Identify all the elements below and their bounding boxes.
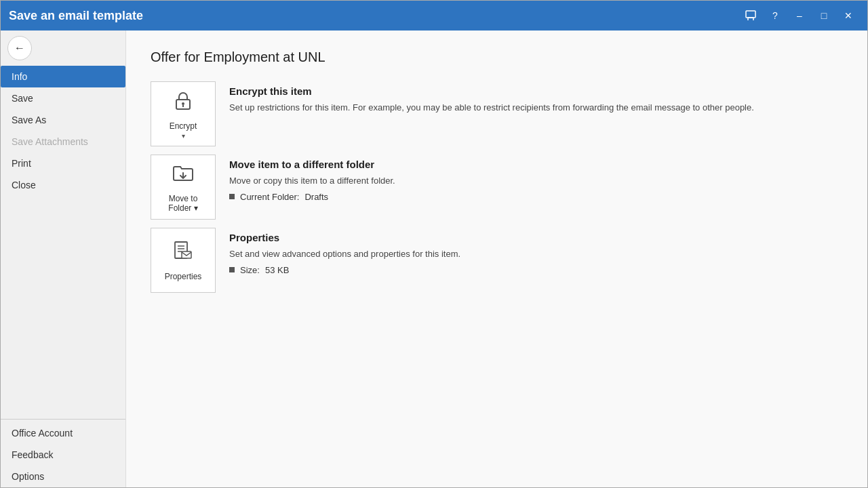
sidebar-item-info[interactable]: Info bbox=[1, 66, 125, 87]
title-bar: Save an email template ? – □ ✕ bbox=[1, 1, 867, 30]
sidebar-item-office-account[interactable]: Office Account bbox=[1, 422, 125, 444]
encrypt-card: Encrypt ▾ Encrypt this item Set up restr… bbox=[151, 81, 843, 146]
sidebar: ← Info Save Save As Save Attachments Pri… bbox=[1, 30, 126, 487]
properties-title: Properties bbox=[229, 232, 843, 243]
move-to-folder-content: Move item to a different folder Move or … bbox=[229, 155, 843, 202]
move-to-folder-desc: Move or copy this item to a different fo… bbox=[229, 174, 843, 188]
close-icon: ✕ bbox=[844, 10, 852, 21]
help-icon: ? bbox=[772, 10, 778, 21]
current-folder-detail: Current Folder: Drafts bbox=[229, 192, 843, 202]
sidebar-item-save-attachments: Save Attachments bbox=[1, 131, 125, 152]
properties-icon bbox=[171, 239, 195, 269]
sidebar-item-close[interactable]: Close bbox=[1, 174, 125, 196]
properties-label: Properties bbox=[165, 272, 202, 281]
properties-desc: Set and view advanced options and proper… bbox=[229, 247, 843, 261]
lock-icon bbox=[171, 89, 195, 119]
folder-icon bbox=[171, 161, 195, 191]
encrypt-card-title: Encrypt this item bbox=[229, 85, 843, 97]
move-to-folder-label: Move toFolder ▾ bbox=[168, 194, 197, 213]
window-controls: ? – □ ✕ bbox=[740, 6, 859, 25]
svg-rect-0 bbox=[746, 11, 755, 18]
current-folder-label: Current Folder: bbox=[240, 192, 299, 202]
encrypt-card-desc: Set up restrictions for this item. For e… bbox=[229, 101, 843, 115]
back-icon: ← bbox=[14, 42, 25, 54]
page-title: Offer for Employment at UNL bbox=[151, 49, 843, 65]
size-label: Size: bbox=[240, 265, 260, 275]
help-button[interactable]: ? bbox=[764, 6, 786, 25]
svg-point-2 bbox=[182, 102, 184, 105]
minimize-button[interactable]: – bbox=[789, 6, 810, 25]
bullet-icon-2 bbox=[229, 267, 235, 272]
encrypt-label: Encrypt bbox=[170, 121, 197, 131]
window-body: ← Info Save Save As Save Attachments Pri… bbox=[1, 30, 867, 487]
feedback-icon-button[interactable] bbox=[740, 6, 762, 25]
sidebar-item-save[interactable]: Save bbox=[1, 87, 125, 109]
bullet-icon bbox=[229, 194, 235, 199]
sidebar-bottom: Office Account Feedback Options bbox=[1, 419, 125, 487]
restore-button[interactable]: □ bbox=[813, 6, 835, 25]
properties-card: Properties Properties Set and view advan… bbox=[151, 228, 843, 293]
current-folder-value: Drafts bbox=[304, 192, 328, 202]
size-value: 53 KB bbox=[265, 265, 289, 275]
move-to-folder-title: Move item to a different folder bbox=[229, 159, 843, 170]
properties-content: Properties Set and view advanced options… bbox=[229, 228, 843, 275]
close-button[interactable]: ✕ bbox=[837, 6, 859, 25]
main-content: Offer for Employment at UNL Encrypt ▾ bbox=[126, 30, 867, 487]
encrypt-dropdown-icon: ▾ bbox=[182, 132, 185, 140]
sidebar-item-print[interactable]: Print bbox=[1, 152, 125, 174]
back-button[interactable]: ← bbox=[7, 36, 32, 60]
svg-rect-8 bbox=[182, 251, 191, 258]
sidebar-item-options[interactable]: Options bbox=[1, 466, 125, 487]
sidebar-item-save-as[interactable]: Save As bbox=[1, 109, 125, 131]
restore-icon: □ bbox=[821, 10, 827, 21]
encrypt-card-content: Encrypt this item Set up restrictions fo… bbox=[229, 81, 843, 119]
size-detail: Size: 53 KB bbox=[229, 265, 843, 275]
properties-button[interactable]: Properties bbox=[151, 228, 216, 293]
move-to-folder-card: Move toFolder ▾ Move item to a different… bbox=[151, 155, 843, 220]
encrypt-button[interactable]: Encrypt ▾ bbox=[151, 81, 216, 146]
sidebar-item-feedback[interactable]: Feedback bbox=[1, 444, 125, 466]
minimize-icon: – bbox=[797, 10, 802, 21]
window-title: Save an email template bbox=[9, 9, 143, 23]
move-to-folder-button[interactable]: Move toFolder ▾ bbox=[151, 155, 216, 220]
window: Save an email template ? – □ ✕ bbox=[0, 0, 868, 488]
